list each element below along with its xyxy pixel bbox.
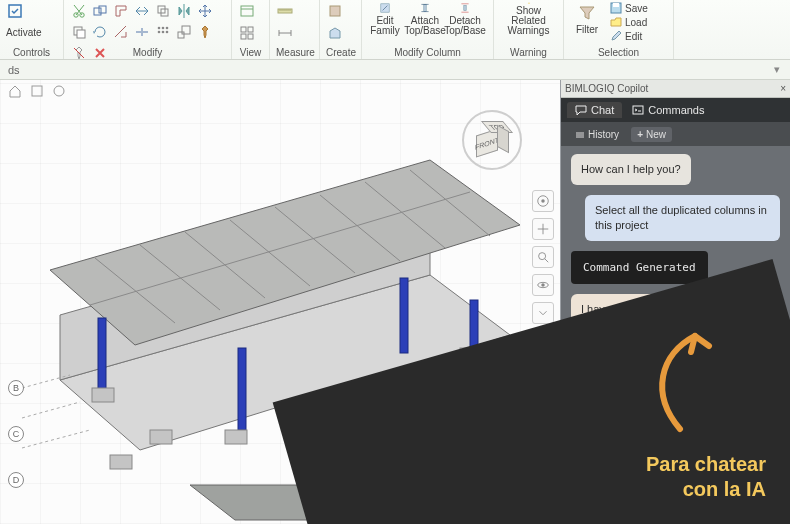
view-icon-2[interactable] bbox=[238, 24, 256, 42]
align-icon[interactable] bbox=[133, 2, 151, 20]
nav-tools bbox=[532, 190, 556, 324]
chat-icon bbox=[575, 104, 587, 116]
panel-collapse-icon[interactable]: ▾ bbox=[770, 63, 784, 77]
bot-result: I have selected all the duplicated colum… bbox=[571, 294, 766, 369]
svg-rect-47 bbox=[400, 278, 408, 353]
dimension-icon[interactable] bbox=[276, 24, 294, 42]
grid-bubbles: B C D bbox=[8, 380, 24, 488]
load-selection-button[interactable]: Load bbox=[610, 16, 648, 28]
svg-rect-4 bbox=[99, 6, 106, 13]
filter-button[interactable]: Filter bbox=[570, 2, 604, 36]
ribbon-group-modify-column: Edit Family Attach Top/Base Detach Top/B… bbox=[362, 0, 494, 59]
stop-button[interactable]: Sto bbox=[571, 443, 620, 463]
tab-chat[interactable]: Chat bbox=[567, 102, 622, 118]
svg-rect-26 bbox=[464, 6, 466, 11]
attach-label: Attach Top/Base bbox=[404, 16, 446, 36]
user-message-2: Override their bbox=[693, 402, 780, 433]
svg-rect-17 bbox=[241, 6, 253, 16]
svg-rect-52 bbox=[305, 405, 327, 419]
attach-top-base-button[interactable]: Attach Top/Base bbox=[408, 2, 442, 36]
ribbon-group-view: View bbox=[232, 0, 270, 59]
chat-area[interactable]: How can I help you? Select all the dupli… bbox=[561, 146, 790, 524]
detach-label: Detach Top/Base bbox=[444, 16, 486, 36]
history-button[interactable]: History bbox=[569, 127, 625, 142]
svg-rect-19 bbox=[248, 27, 253, 32]
ribbon-group-title-warning: Warning bbox=[500, 47, 557, 59]
document-tab-bar: ds ▾ bbox=[0, 60, 790, 80]
offset-icon[interactable] bbox=[154, 2, 172, 20]
detach-top-base-button[interactable]: Detach Top/Base bbox=[448, 2, 482, 36]
show-warnings-label: Show Related Warnings bbox=[500, 6, 557, 36]
edit-selection-button[interactable]: Edit bbox=[610, 30, 648, 42]
svg-rect-21 bbox=[248, 34, 253, 39]
cope-icon[interactable] bbox=[112, 2, 130, 20]
activate-button[interactable] bbox=[6, 2, 24, 20]
join-icon[interactable] bbox=[91, 2, 109, 20]
grid-bubble-b[interactable]: B bbox=[8, 380, 24, 396]
svg-rect-54 bbox=[460, 348, 482, 362]
copilot-titlebar: BIMLOGIQ Copilot × bbox=[561, 80, 790, 98]
cut-icon[interactable] bbox=[70, 2, 88, 20]
ribbon-group-title-modify: Modify bbox=[70, 47, 225, 59]
tab-commands[interactable]: Commands bbox=[624, 102, 712, 118]
show-warnings-button[interactable]: Show Related Warnings bbox=[500, 2, 557, 36]
pin-icon[interactable] bbox=[196, 23, 214, 41]
thumbs-down-icon[interactable] bbox=[571, 375, 585, 392]
svg-point-10 bbox=[162, 27, 165, 30]
move-icon[interactable] bbox=[196, 2, 214, 20]
svg-rect-23 bbox=[330, 6, 340, 16]
nav-more-icon[interactable] bbox=[532, 302, 554, 324]
grid-bubble-d[interactable]: D bbox=[8, 472, 24, 488]
svg-point-63 bbox=[541, 283, 545, 287]
tab-commands-label: Commands bbox=[648, 104, 704, 116]
document-tab-label[interactable]: ds bbox=[8, 64, 20, 76]
svg-marker-31 bbox=[190, 485, 395, 520]
ribbon-group-title-selection: Selection bbox=[570, 47, 667, 59]
svg-rect-16 bbox=[182, 26, 190, 34]
copy-icon[interactable] bbox=[70, 23, 88, 41]
plus-icon: + bbox=[637, 129, 643, 140]
svg-rect-53 bbox=[390, 375, 412, 389]
ribbon-group-title-controls: Controls bbox=[6, 47, 57, 59]
history-icon bbox=[575, 129, 585, 139]
ribbon: Activate Controls Modify bbox=[0, 0, 790, 60]
svg-point-12 bbox=[158, 31, 161, 34]
orbit-icon[interactable] bbox=[532, 274, 554, 296]
steering-wheel-icon[interactable] bbox=[532, 190, 554, 212]
ribbon-group-modify: Modify bbox=[64, 0, 232, 59]
view-icon-1[interactable] bbox=[238, 2, 256, 20]
svg-line-57 bbox=[22, 402, 80, 418]
svg-rect-50 bbox=[150, 430, 172, 444]
commands-icon bbox=[632, 104, 644, 116]
activate-label: Activate bbox=[6, 27, 42, 38]
svg-rect-20 bbox=[241, 34, 246, 39]
pan-icon[interactable] bbox=[532, 218, 554, 240]
copilot-tabs: Chat Commands bbox=[561, 98, 790, 122]
edit-family-button[interactable]: Edit Family bbox=[368, 2, 402, 36]
copilot-close-icon[interactable]: × bbox=[780, 83, 786, 94]
viewport-3d[interactable]: B C D FRONT TOP bbox=[0, 80, 560, 524]
scale-icon[interactable] bbox=[175, 23, 193, 41]
save-selection-button[interactable]: Save bbox=[610, 2, 648, 14]
ribbon-group-controls: Activate Controls bbox=[0, 0, 64, 59]
svg-line-58 bbox=[22, 430, 90, 448]
filter-label: Filter bbox=[576, 25, 598, 35]
array-icon[interactable] bbox=[154, 23, 172, 41]
rotate-icon[interactable] bbox=[91, 23, 109, 41]
zoom-icon[interactable] bbox=[532, 246, 554, 268]
bot-greeting: How can I help you? bbox=[571, 154, 691, 185]
grid-bubble-c[interactable]: C bbox=[8, 426, 24, 442]
split-icon[interactable] bbox=[133, 23, 151, 41]
copilot-subbar: History + New bbox=[561, 122, 790, 146]
trim-icon[interactable] bbox=[112, 23, 130, 41]
ribbon-group-title-modify-column: Modify Column bbox=[368, 47, 487, 59]
create-icon-1[interactable] bbox=[326, 2, 344, 20]
measure-icon[interactable] bbox=[276, 2, 294, 20]
create-icon-2[interactable] bbox=[326, 24, 344, 42]
svg-point-11 bbox=[166, 27, 169, 30]
viewcube[interactable]: FRONT TOP bbox=[462, 110, 522, 170]
ribbon-group-title-view: View bbox=[238, 47, 263, 59]
stop-label: Sto bbox=[594, 447, 611, 459]
mirror-icon[interactable] bbox=[175, 2, 193, 20]
new-chat-button[interactable]: + New bbox=[631, 127, 672, 142]
